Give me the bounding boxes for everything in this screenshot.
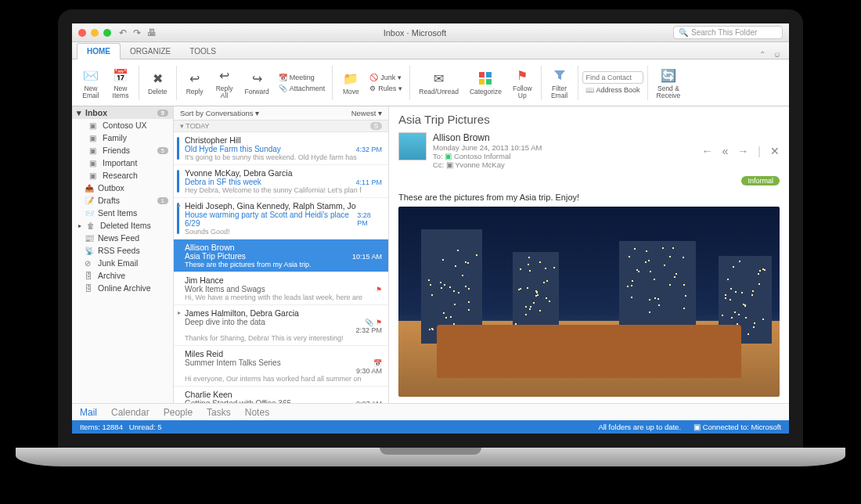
new-items-button[interactable]: 📅New Items [106, 65, 135, 100]
message-body-text: These are the pictures from my Asia trip… [398, 193, 780, 202]
message-time: 4:11 PM [355, 178, 382, 186]
nav-outbox[interactable]: 📤Outbox [72, 182, 173, 194]
tab-tools[interactable]: TOOLS [180, 44, 225, 59]
message-date: Monday June 24, 2013 10:15 AM [433, 143, 696, 152]
read-unread-button[interactable]: ✉Read/Unread [414, 68, 463, 97]
nav-important[interactable]: ▣Important [72, 157, 173, 169]
collapse-ribbon-icon[interactable]: ⌃ [759, 50, 766, 59]
categorize-button[interactable]: Categorize [465, 68, 506, 97]
nav-notes[interactable]: Notes [245, 407, 269, 418]
new-email-button[interactable]: ✉️New Email [77, 65, 105, 100]
message-item[interactable]: ▸James Halmilton, Debra GarciaDeep dive … [174, 305, 388, 346]
nav-online-archive[interactable]: 🗄Online Archive [72, 282, 173, 294]
reply-icon[interactable]: ← [702, 145, 713, 157]
reply-all-button[interactable]: ↩︎Reply All [211, 65, 239, 100]
nav-drafts[interactable]: 📝Drafts1 [72, 194, 173, 207]
nav-rss[interactable]: 📡RSS Feeds [72, 244, 173, 257]
status-item-count: Items: 12884 [80, 423, 123, 431]
thread-chevron-icon: ▸ [178, 202, 181, 209]
nav-mail[interactable]: Mail [80, 407, 97, 418]
move-button[interactable]: 📁Move [337, 68, 365, 97]
delete-button[interactable]: ✖Delete [143, 68, 172, 97]
window-controls [78, 29, 111, 37]
nav-contoso-ux[interactable]: ▣Contoso UX [72, 119, 173, 131]
follow-up-button[interactable]: ⚑Follow Up [508, 65, 537, 100]
attachment-button[interactable]: 📎Attachment [276, 84, 329, 93]
forward-button[interactable]: ↪︎Forward [240, 68, 274, 97]
funnel-icon [551, 67, 568, 84]
find-contact-input[interactable] [582, 71, 643, 84]
close-window-button[interactable] [78, 29, 86, 37]
message-subject: Getting Started with Office 365 [185, 399, 291, 403]
list-group-today[interactable]: ▾ TODAY 5 [174, 121, 388, 132]
nav-people[interactable]: People [164, 407, 193, 418]
minimize-window-button[interactable] [91, 29, 99, 37]
news-icon: 📰 [85, 234, 94, 242]
help-icon[interactable]: ☺ [773, 50, 781, 59]
nav-friends[interactable]: ▣Friends5 [72, 144, 173, 157]
meeting-button[interactable]: 📆Meeting [276, 73, 329, 82]
bottom-nav: Mail Calendar People Tasks Notes [72, 403, 789, 420]
svg-rect-0 [479, 72, 485, 77]
message-preview: Hi everyone, Our interns has worked hard… [185, 375, 382, 383]
search-input[interactable]: 🔍 Search This Folder [673, 26, 783, 39]
nav-research[interactable]: ▣Research [72, 169, 173, 182]
junk-button[interactable]: 🚫Junk ▾ [366, 73, 405, 82]
message-time: 10:15 AM [352, 253, 382, 261]
reply-all-icon[interactable]: « [722, 145, 729, 157]
undo-icon[interactable]: ↶ [119, 27, 127, 38]
attachment-icon: 📎 [365, 319, 373, 326]
message-item[interactable]: Miles ReidSummer Intern Talks Series📅9:3… [174, 346, 388, 387]
nav-deleted[interactable]: ▸🗑Deleted Items [72, 219, 173, 232]
attached-image [398, 207, 780, 397]
filter-email-button[interactable]: Filter Email [546, 65, 574, 100]
forward-icon[interactable]: → [737, 145, 748, 157]
message-item[interactable]: Jim HanceWork Items and Swags⚑Hi, We hav… [174, 272, 388, 305]
nav-news[interactable]: 📰News Feed [72, 232, 173, 244]
rss-icon: 📡 [85, 247, 94, 254]
message-preview: Hi, We have a meeting with the leads las… [185, 293, 382, 301]
print-icon[interactable]: 🖶 [147, 27, 157, 38]
message-item[interactable]: Christopher HillOld Hyde Farm this Sunda… [174, 132, 388, 165]
close-icon[interactable]: ✕ [770, 145, 780, 157]
calendar-icon: 📅 [373, 359, 382, 367]
sort-dropdown[interactable]: Sort by Conversations ▾ [180, 109, 259, 117]
reply-button[interactable]: ↩︎Reply [181, 68, 209, 97]
rules-button[interactable]: ⚙Rules ▾ [366, 84, 405, 93]
order-dropdown[interactable]: Newest ▾ [351, 109, 382, 117]
message-preview: Sounds Good! [185, 228, 382, 236]
message-from: Charlie Keen [185, 390, 382, 399]
attachment-icon: 📎 [279, 85, 287, 92]
folder-icon: ▣ [89, 159, 99, 167]
message-subject: Old Hyde Farm this Sunday [185, 145, 281, 153]
online-archive-icon: 🗄 [85, 284, 94, 292]
titlebar: ↶ ↷ 🖶 Inbox · Microsoft 🔍 Search This Fo… [72, 23, 789, 42]
nav-family[interactable]: ▣Family [72, 131, 173, 144]
thread-chevron-icon: ▸ [178, 309, 181, 316]
nav-calendar[interactable]: Calendar [111, 407, 150, 418]
nav-junk[interactable]: ⊘Junk Email [72, 257, 173, 269]
maximize-window-button[interactable] [103, 29, 111, 37]
message-time: 3:28 PM [357, 211, 382, 227]
nav-sent[interactable]: 📨Sent Items [72, 207, 173, 219]
message-item[interactable]: Allison BrownAsia Trip Pictures10:15 AMT… [174, 239, 388, 272]
message-time: 📅 [373, 359, 382, 367]
tab-home[interactable]: HOME [77, 43, 121, 59]
message-item[interactable]: Yvonne McKay, Debra GarciaDebra in SF th… [174, 165, 388, 198]
sender-avatar [398, 132, 427, 160]
nav-tasks[interactable]: Tasks [207, 407, 231, 418]
message-preview: These are the pictures from my Asia trip… [185, 261, 382, 268]
nav-inbox[interactable]: ▾Inbox5 [72, 106, 173, 119]
nav-archive[interactable]: 🗄Archive [72, 269, 173, 282]
redo-icon[interactable]: ↷ [133, 27, 141, 38]
message-item[interactable]: Charlie KeenGetting Started with Office … [174, 387, 388, 403]
reading-pane: Asia Trip Pictures Allison Brown Monday … [389, 106, 789, 403]
message-item[interactable]: ▸Heidi Joseph, Gina Kennedy, Ralph Stamm… [174, 198, 388, 239]
search-icon: 🔍 [679, 28, 688, 37]
message-time: ⚑ [376, 286, 382, 293]
address-book-button[interactable]: 📖Address Book [582, 85, 643, 95]
send-receive-button[interactable]: 🔄Send & Receive [652, 65, 686, 100]
tab-organize[interactable]: ORGANIZE [121, 44, 180, 59]
status-sync: All folders are up to date. [598, 423, 681, 431]
svg-rect-2 [479, 79, 485, 85]
